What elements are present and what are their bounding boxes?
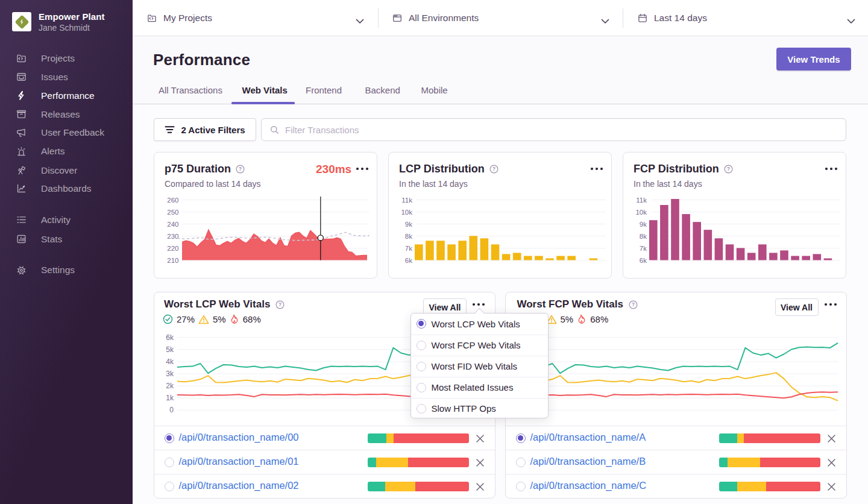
svg-text:?: ?	[632, 302, 635, 307]
svg-text:?: ?	[278, 302, 281, 307]
